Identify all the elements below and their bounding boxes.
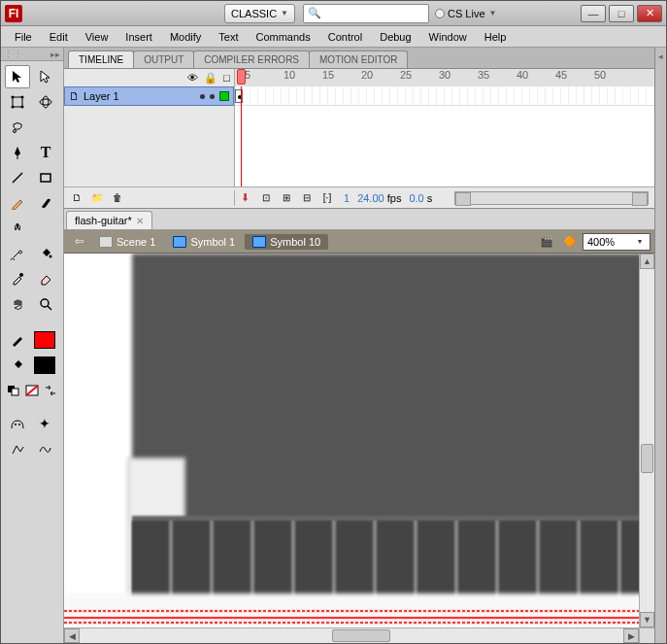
onion-skin-button[interactable]: ⊡: [257, 190, 275, 206]
scroll-left-button[interactable]: ◀: [64, 628, 80, 643]
menu-help[interactable]: Help: [477, 29, 515, 45]
expand-panels-button[interactable]: ◂: [654, 48, 666, 643]
eraser-tool[interactable]: [33, 267, 58, 290]
maximize-button[interactable]: □: [609, 5, 634, 22]
playhead[interactable]: [237, 69, 246, 85]
line-tool[interactable]: [5, 166, 30, 189]
selected-path[interactable]: [64, 610, 639, 612]
menu-edit[interactable]: Edit: [42, 29, 76, 45]
svg-rect-10: [41, 174, 50, 182]
edit-symbols-button[interactable]: 🔶: [559, 232, 581, 252]
lasso-tool[interactable]: [5, 116, 30, 139]
menu-window[interactable]: Window: [421, 29, 475, 45]
cslive-button[interactable]: CS Live ▼: [435, 8, 496, 19]
vertical-scrollbar[interactable]: ▲ ▼: [639, 254, 654, 627]
ruler-tick: 15: [322, 69, 361, 81]
brush-tool[interactable]: [33, 191, 58, 215]
tab-timeline[interactable]: TIMELINE: [68, 51, 134, 68]
lock-icon[interactable]: 🔒: [204, 72, 217, 85]
snap-to-objects-button[interactable]: [5, 413, 30, 434]
scroll-down-button[interactable]: ▼: [640, 612, 654, 627]
delete-layer-button[interactable]: 🗑: [109, 190, 126, 206]
scroll-right-button[interactable]: ▶: [623, 628, 639, 643]
document-tab[interactable]: flash-guitar* ✕: [66, 211, 152, 229]
deco-tool[interactable]: [5, 217, 30, 240]
new-folder-button[interactable]: 📁: [88, 190, 106, 206]
collapse-icon[interactable]: ▸▸: [50, 50, 60, 59]
breadcrumb-symbol-1[interactable]: Symbol 1: [165, 234, 243, 250]
breadcrumb-symbol-10[interactable]: Symbol 10: [245, 234, 328, 250]
edit-multiple-frames-button[interactable]: ⊟: [298, 190, 316, 206]
frame-row[interactable]: [235, 86, 654, 106]
search-box[interactable]: 🔍: [303, 4, 429, 23]
bone-tool[interactable]: [5, 242, 30, 265]
show-hide-icon[interactable]: 👁: [187, 72, 198, 84]
onion-skin-outlines-button[interactable]: ⊞: [278, 190, 295, 206]
visibility-dot[interactable]: [200, 94, 205, 99]
lock-dot[interactable]: [210, 94, 215, 99]
menu-control[interactable]: Control: [320, 29, 370, 45]
panel-grip[interactable]: ⋮⋮ ▸▸: [1, 48, 63, 61]
swap-colors-button[interactable]: [43, 380, 59, 401]
default-colors-button[interactable]: [5, 380, 21, 401]
search-input[interactable]: [324, 8, 424, 19]
edit-scene-button[interactable]: 🎬: [536, 232, 557, 252]
tab-output[interactable]: OUTPUT: [133, 51, 194, 68]
pen-tool[interactable]: [5, 141, 30, 164]
close-button[interactable]: ✕: [637, 5, 662, 22]
cslive-label: CS Live: [448, 8, 485, 19]
pencil-tool[interactable]: [5, 191, 30, 215]
timeline-scrollbar[interactable]: [454, 191, 649, 205]
fill-color-tool[interactable]: [5, 355, 30, 376]
zoom-tool[interactable]: [33, 292, 58, 316]
straighten-button[interactable]: [5, 438, 30, 459]
selected-path[interactable]: [64, 617, 639, 619]
timeline-ruler[interactable]: 1 5 10 15 20 25 30 35 40 45 50: [235, 69, 654, 86]
menu-insert[interactable]: Insert: [117, 29, 160, 45]
text-tool[interactable]: T: [33, 141, 58, 164]
selected-path[interactable]: [64, 622, 639, 624]
3d-rotation-tool[interactable]: [33, 90, 58, 114]
scroll-thumb[interactable]: [332, 629, 390, 642]
menu-debug[interactable]: Debug: [372, 29, 418, 45]
zoom-input[interactable]: [587, 236, 634, 248]
stroke-color-swatch[interactable]: [32, 329, 57, 351]
horizontal-scrollbar[interactable]: ◀ ▶: [64, 627, 639, 643]
back-button[interactable]: ⇦: [68, 232, 89, 252]
frames-area[interactable]: [235, 86, 654, 186]
tab-compiler-errors[interactable]: COMPILER ERRORS: [193, 51, 310, 68]
menu-file[interactable]: File: [7, 29, 40, 45]
tab-motion-editor[interactable]: MOTION EDITOR: [309, 51, 408, 68]
zoom-dropdown[interactable]: ▾: [583, 233, 650, 251]
selection-tool[interactable]: [5, 65, 30, 88]
smooth-curve-button[interactable]: [32, 438, 57, 459]
menu-commands[interactable]: Commands: [248, 29, 317, 45]
scroll-up-button[interactable]: ▲: [640, 254, 654, 269]
workspace-dropdown[interactable]: CLASSIC ▼: [224, 4, 295, 23]
eyedropper-tool[interactable]: [5, 267, 30, 290]
hand-tool[interactable]: [5, 292, 30, 316]
stroke-color-tool[interactable]: [5, 329, 30, 351]
menu-text[interactable]: Text: [211, 29, 246, 45]
menu-modify[interactable]: Modify: [162, 29, 209, 45]
no-color-button[interactable]: [23, 380, 40, 401]
free-transform-tool[interactable]: [5, 90, 30, 114]
smooth-button[interactable]: ✦: [32, 413, 57, 434]
layer-row[interactable]: 🗋 Layer 1: [64, 86, 234, 106]
minimize-button[interactable]: —: [581, 5, 606, 22]
rectangle-tool[interactable]: [33, 166, 58, 189]
stage[interactable]: ▲ ▼ ◀ ▶: [64, 254, 654, 643]
menu-view[interactable]: View: [78, 29, 117, 45]
outline-color-box[interactable]: [219, 91, 229, 101]
modify-markers-button[interactable]: [·]: [318, 190, 336, 206]
close-tab-icon[interactable]: ✕: [136, 216, 144, 226]
chevron-down-icon: ▾: [638, 237, 642, 246]
paint-bucket-tool[interactable]: [33, 242, 58, 265]
subselection-tool[interactable]: [33, 65, 58, 88]
outline-icon[interactable]: □: [223, 72, 230, 84]
breadcrumb-scene[interactable]: Scene 1: [91, 234, 163, 250]
scroll-thumb[interactable]: [641, 444, 653, 473]
new-layer-button[interactable]: 🗋: [68, 190, 85, 206]
time-label: s: [427, 192, 433, 204]
fill-color-swatch[interactable]: [32, 355, 57, 376]
